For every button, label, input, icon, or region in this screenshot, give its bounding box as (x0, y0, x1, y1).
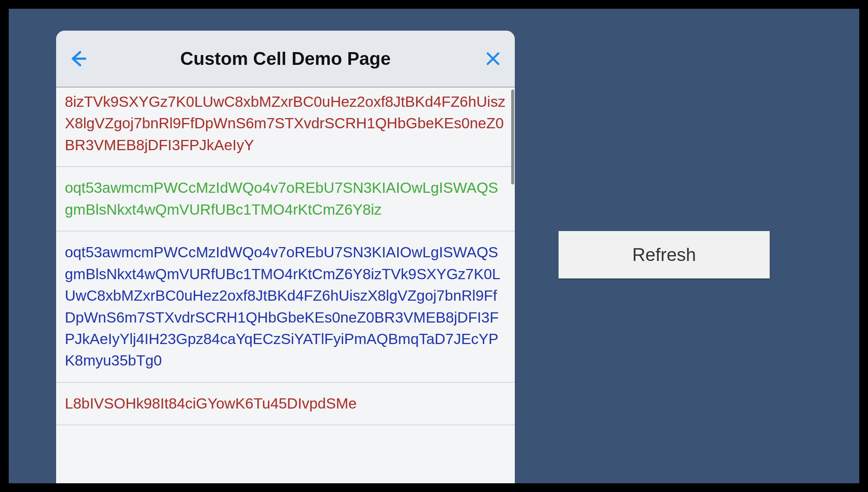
cell-text: oqt53awmcmPWCcMzIdWQo4v7oREbU7SN3KIAIOwL… (65, 244, 500, 369)
cell-list[interactable]: 8izTVk9SXYGz7K0LUwC8xbMZxrBC0uHez2oxf8Jt… (56, 87, 515, 483)
cell-text: oqt53awmcmPWCcMzIdWQo4v7oREbU7SN3KIAIOwL… (65, 179, 498, 218)
list-item[interactable]: 8izTVk9SXYGz7K0LUwC8xbMZxrBC0uHez2oxf8Jt… (56, 87, 515, 167)
list-item[interactable]: oqt53awmcmPWCcMzIdWQo4v7oREbU7SN3KIAIOwL… (56, 231, 515, 383)
scrollbar-thumb[interactable] (511, 90, 514, 184)
cell-text: L8bIVSOHk98It84ciGYowK6Tu45DIvpdSMe (65, 395, 356, 412)
phone-panel: Custom Cell Demo Page 8izTVk9SXYGz7K0LUw… (56, 31, 515, 483)
page-title: Custom Cell Demo Page (88, 48, 483, 69)
nav-bar: Custom Cell Demo Page (56, 31, 515, 87)
list-item[interactable]: L8bIVSOHk98It84ciGYowK6Tu45DIvpdSMe (56, 383, 515, 425)
refresh-button[interactable]: Refresh (559, 231, 770, 278)
close-icon[interactable] (483, 48, 503, 69)
list-item[interactable]: oqt53awmcmPWCcMzIdWQo4v7oREbU7SN3KIAIOwL… (56, 167, 515, 231)
back-icon[interactable] (68, 48, 88, 69)
cell-text: 8izTVk9SXYGz7K0LUwC8xbMZxrBC0uHez2oxf8Jt… (65, 93, 505, 153)
